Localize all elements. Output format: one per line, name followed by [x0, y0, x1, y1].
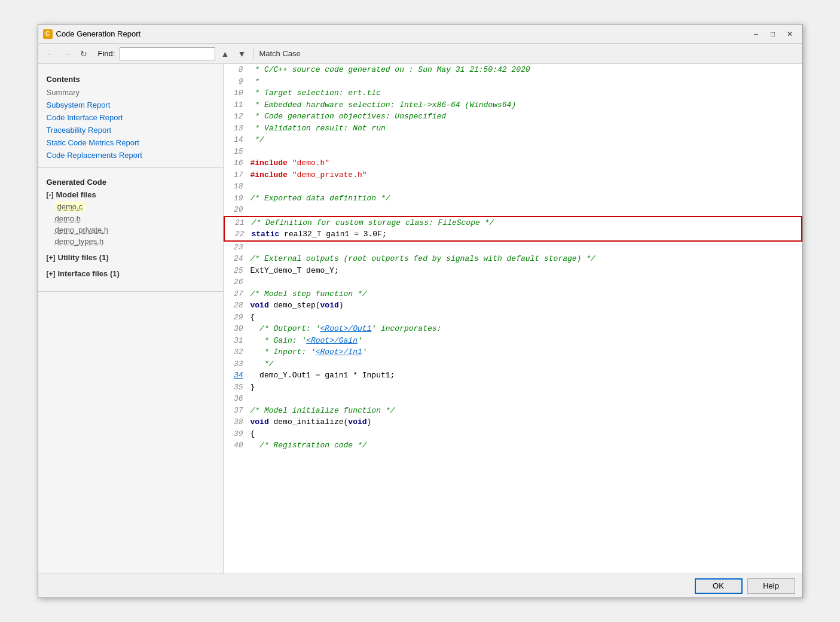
search-down-button[interactable]: ▼ — [234, 47, 249, 61]
table-row: 39 { — [224, 428, 802, 440]
line-code: /* Registration code */ — [251, 440, 802, 452]
maximize-button[interactable]: □ — [765, 28, 781, 41]
sidebar-divider-2 — [38, 291, 223, 292]
line-number: 20 — [224, 204, 251, 216]
line-number: 25 — [224, 265, 251, 277]
line-code: #include "demo.h" — [251, 157, 802, 169]
table-row: 29 { — [224, 312, 802, 324]
file-demo-h[interactable]: demo.h — [38, 213, 223, 224]
line-code: * — [251, 76, 802, 88]
bottom-bar: OK Help — [38, 574, 802, 597]
line-code: void demo_initialize(void) — [251, 416, 802, 428]
model-files-toggle[interactable]: [-] — [47, 191, 54, 199]
traceability-link[interactable]: Traceability Report — [38, 124, 223, 136]
demo-private-h-link[interactable]: demo_private.h — [55, 225, 109, 234]
file-demo-types-h[interactable]: demo_types.h — [38, 236, 223, 247]
line-number: 32 — [224, 346, 251, 358]
table-row: 9 * — [224, 76, 802, 88]
main-window: C Code Generation Report – □ ✕ ← → ↻ Fin… — [38, 24, 803, 598]
window-title: Code Generation Report — [56, 29, 749, 38]
line-code: * Gain: '<Root>/Gain' — [251, 335, 802, 347]
line-number: 12 — [224, 111, 251, 123]
table-row: 11 * Embedded hardware selection: Intel-… — [224, 99, 802, 111]
line-code — [251, 181, 802, 193]
find-label: Find: — [98, 49, 115, 58]
line-number: 33 — [224, 358, 251, 370]
line-number: 11 — [224, 99, 251, 111]
demo-c-link[interactable]: demo.c — [55, 202, 85, 212]
line-number: 8 — [224, 64, 251, 76]
title-bar: C Code Generation Report – □ ✕ — [38, 25, 802, 44]
line-code: /* Definition for custom storage class: … — [252, 217, 801, 229]
outport-link[interactable]: <Root>/Out1 — [320, 324, 372, 333]
code-replacements-link[interactable]: Code Replacements Report — [38, 149, 223, 161]
demo-types-h-link[interactable]: demo_types.h — [55, 237, 104, 246]
sidebar: Contents Summary Subsystem Report Code I… — [38, 64, 224, 574]
minimize-button[interactable]: – — [749, 28, 764, 41]
line-code: * Target selection: ert.tlc — [251, 87, 802, 99]
find-input[interactable] — [120, 47, 215, 60]
forward-button[interactable]: → — [60, 47, 74, 61]
match-case-label: Match Case — [259, 49, 300, 58]
table-row: 35 } — [224, 382, 802, 394]
table-row: 23 — [224, 242, 802, 254]
code-scroll-area[interactable]: 8 * C/C++ source code generated on : Sun… — [224, 64, 802, 574]
static-code-link[interactable]: Static Code Metrics Report — [38, 136, 223, 149]
contents-title: Contents — [38, 71, 223, 86]
table-row: 36 — [224, 393, 802, 405]
line-code — [251, 204, 802, 216]
line-number: 28 — [224, 300, 251, 312]
line-number: 14 — [224, 134, 251, 146]
code-token: real32_T gain1 = 3.0F; — [279, 230, 386, 239]
table-row: 20 — [224, 204, 802, 216]
refresh-button[interactable]: ↻ — [77, 47, 91, 61]
line-number: 39 — [224, 428, 251, 440]
interface-files-toggle[interactable]: [+] — [47, 270, 56, 278]
table-row: 8 * C/C++ source code generated on : Sun… — [224, 64, 802, 76]
code-interface-link[interactable]: Code Interface Report — [38, 111, 223, 124]
line-number-link[interactable]: 34 — [224, 370, 251, 382]
line-number: 24 — [224, 253, 251, 265]
demo-h-link[interactable]: demo.h — [55, 214, 81, 223]
table-row: 18 — [224, 181, 802, 193]
code-token: demo_initialize( — [269, 417, 349, 426]
line-number: 10 — [224, 87, 251, 99]
app-icon: C — [43, 29, 53, 39]
model-files-label: Model files — [56, 190, 96, 199]
line-code: * Inport: '<Root>/In1' — [251, 346, 802, 358]
gain-link[interactable]: <Root>/Gain — [306, 336, 358, 345]
code-token: ) — [367, 417, 372, 426]
line-number: 29 — [224, 312, 251, 324]
inport-link[interactable]: <Root>/In1 — [316, 347, 362, 356]
line-code: /* Outport: '<Root>/Out1' incorporates: — [251, 323, 802, 335]
line-number: 18 — [224, 181, 251, 193]
table-row: 31 * Gain: '<Root>/Gain' — [224, 335, 802, 347]
table-row: 24 /* External outputs (root outports fe… — [224, 253, 802, 265]
line-code: */ — [251, 358, 802, 370]
file-demo-private-h[interactable]: demo_private.h — [38, 224, 223, 236]
subsystem-report-link[interactable]: Subsystem Report — [38, 99, 223, 111]
code-panel: 8 * C/C++ source code generated on : Sun… — [224, 64, 802, 574]
code-token: static — [252, 230, 280, 239]
close-button[interactable]: ✕ — [782, 28, 798, 41]
ok-button[interactable]: OK — [695, 578, 743, 594]
line-number: 37 — [224, 405, 251, 417]
code-token: "demo_private.h" — [288, 170, 367, 179]
code-table: 8 * C/C++ source code generated on : Sun… — [224, 64, 802, 452]
line-code: demo_Y.Out1 = gain1 * Input1; — [251, 370, 802, 382]
line-number: 40 — [224, 440, 251, 452]
search-up-button[interactable]: ▲ — [218, 47, 232, 61]
table-row: 40 /* Registration code */ — [224, 440, 802, 452]
table-row: 21 /* Definition for custom storage clas… — [224, 216, 802, 229]
line-code: /* Model step function */ — [251, 288, 802, 300]
help-button[interactable]: Help — [747, 578, 795, 594]
table-row: 27 /* Model step function */ — [224, 288, 802, 300]
back-button[interactable]: ← — [43, 47, 57, 61]
code-token: "demo.h" — [288, 158, 329, 167]
table-row: 38 void demo_initialize(void) — [224, 416, 802, 428]
toolbar-divider — [253, 48, 254, 60]
summary-link[interactable]: Summary — [38, 86, 223, 99]
table-row: 25 ExtY_demo_T demo_Y; — [224, 265, 802, 277]
utility-files-toggle[interactable]: [+] — [47, 254, 56, 262]
file-demo-c[interactable]: demo.c — [38, 200, 223, 213]
